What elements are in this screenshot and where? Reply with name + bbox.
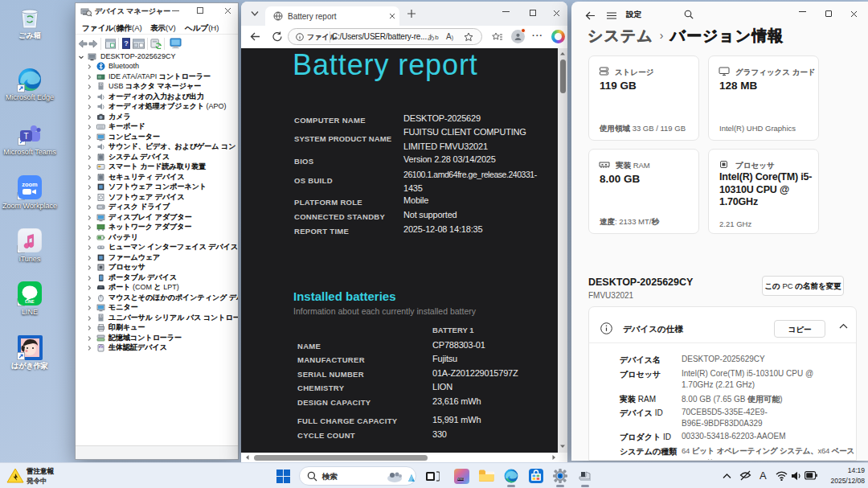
svg-text:T: T xyxy=(23,132,28,141)
svg-text:zoom: zoom xyxy=(22,181,38,188)
svg-text:M365: M365 xyxy=(457,478,464,481)
svg-text:?: ? xyxy=(124,39,129,47)
svg-text:LINE: LINE xyxy=(25,299,35,304)
